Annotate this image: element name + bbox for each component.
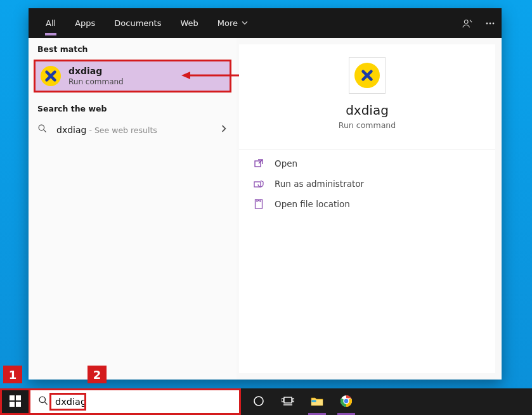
start-icon	[10, 395, 21, 409]
best-match-title: dxdiag	[68, 66, 124, 76]
svg-point-1	[486, 22, 488, 24]
cortana-icon	[253, 395, 264, 409]
tab-more[interactable]: More	[208, 8, 257, 38]
best-match-result[interactable]: dxdiag Run command	[34, 60, 231, 93]
search-results-list: Best match dxdiag Run command Search the…	[29, 38, 237, 380]
action-run-as-admin[interactable]: Run as administrator	[239, 174, 495, 194]
more-options-icon[interactable]	[479, 18, 502, 29]
detail-app-icon	[349, 57, 386, 94]
chevron-right-icon	[220, 125, 228, 134]
annotation-marker-1: 1	[3, 366, 22, 383]
annotation-arrow	[181, 70, 245, 80]
feedback-person-icon[interactable]	[456, 18, 479, 29]
svg-rect-8	[254, 182, 261, 187]
svg-rect-13	[16, 402, 21, 407]
svg-line-15	[45, 402, 48, 404]
chevron-down-icon	[242, 18, 248, 28]
svg-rect-18	[282, 399, 283, 402]
best-match-subtitle: Run command	[68, 77, 124, 86]
search-icon	[37, 124, 48, 136]
svg-rect-22	[312, 400, 316, 402]
svg-rect-10	[10, 395, 15, 400]
taskbar-search-input[interactable]	[55, 397, 231, 407]
detail-title: dxdiag	[239, 103, 495, 118]
taskview-icon	[282, 396, 294, 408]
tab-documents[interactable]: Documents	[105, 8, 171, 38]
taskbar-chrome[interactable]	[332, 388, 360, 415]
search-filter-tabs: All Apps Documents Web More	[29, 8, 502, 38]
svg-point-2	[490, 22, 491, 24]
chrome-icon	[340, 395, 353, 409]
start-button[interactable]	[0, 388, 30, 415]
svg-point-3	[493, 22, 495, 24]
taskbar-cortana[interactable]	[245, 388, 273, 415]
search-icon	[38, 395, 49, 409]
svg-point-0	[464, 20, 468, 23]
dxdiag-icon	[41, 66, 61, 86]
svg-rect-11	[16, 395, 21, 400]
action-open-file-location[interactable]: Open file location	[239, 194, 495, 214]
tab-web[interactable]: Web	[171, 8, 207, 38]
action-open[interactable]: Open	[239, 153, 495, 174]
section-best-match: Best match	[29, 38, 237, 58]
section-search-web: Search the web	[29, 98, 237, 117]
svg-rect-17	[284, 397, 292, 403]
svg-point-5	[39, 125, 44, 130]
svg-line-6	[44, 130, 46, 132]
result-detail-pane: dxdiag Run command Open Run as administr…	[239, 44, 495, 373]
svg-point-14	[39, 397, 45, 402]
svg-rect-19	[292, 399, 294, 402]
detail-subtitle: Run command	[239, 120, 495, 130]
taskbar-search-box[interactable]	[30, 388, 241, 415]
file-explorer-icon	[311, 396, 323, 408]
divider	[239, 149, 495, 150]
taskbar-file-explorer[interactable]	[303, 388, 331, 415]
folder-location-icon	[253, 199, 264, 209]
windows-search-panel: All Apps Documents Web More Best match	[29, 8, 502, 380]
tab-all[interactable]: All	[36, 8, 65, 38]
svg-rect-7	[255, 161, 261, 167]
open-icon	[253, 158, 264, 169]
svg-point-16	[254, 397, 263, 405]
web-search-result[interactable]: dxdiag - See web results	[29, 117, 237, 142]
taskbar-task-view[interactable]	[274, 388, 302, 415]
svg-rect-12	[10, 402, 15, 407]
shield-admin-icon	[253, 179, 264, 189]
web-result-hint: - See web results	[86, 125, 157, 135]
tab-apps[interactable]: Apps	[65, 8, 105, 38]
web-result-term: dxdiag	[56, 125, 86, 135]
taskbar	[0, 388, 532, 415]
